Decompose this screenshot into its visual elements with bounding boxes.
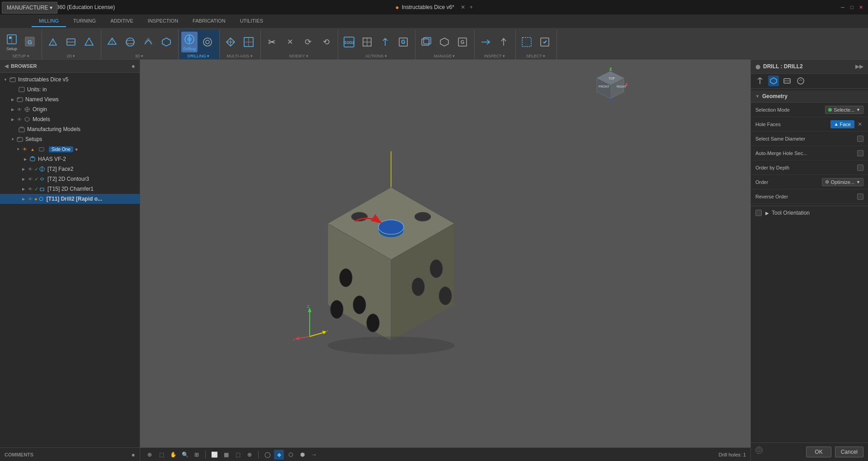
- tree-item-named-views[interactable]: ▶ Named Views: [0, 94, 140, 104]
- eye-contour3[interactable]: 👁: [27, 176, 33, 182]
- manage-btn-1[interactable]: [418, 34, 434, 50]
- toolbar-environment-icon[interactable]: ⊕: [245, 450, 255, 460]
- toolbar-active-icon[interactable]: ◆: [274, 450, 284, 460]
- manage-btn-3[interactable]: G: [454, 34, 471, 50]
- tree-item-origin[interactable]: ▶ 👁 Origin: [0, 104, 140, 114]
- actions-btn-4[interactable]: G: [395, 34, 411, 50]
- multiaxis-btn-2[interactable]: [241, 34, 257, 50]
- 3d-btn-4[interactable]: [158, 34, 175, 50]
- tool-orientation-section[interactable]: ▶ Tool Orientation: [751, 206, 868, 220]
- tab-geometry[interactable]: [768, 75, 779, 86]
- tree-item-haas[interactable]: ▶ HAAS VF-2: [0, 154, 140, 164]
- tab-milling[interactable]: MILLING: [32, 15, 66, 27]
- toolbar-edges-icon[interactable]: ⬚: [233, 450, 243, 460]
- tab-cycles[interactable]: [795, 75, 806, 86]
- manage-btn-2[interactable]: [436, 34, 453, 50]
- actions-btn-2[interactable]: [359, 34, 375, 50]
- tree-item-mfg-models[interactable]: ▶ Manufacturing Models: [0, 124, 140, 134]
- toolbar-grid-icon[interactable]: ⬚: [156, 450, 166, 460]
- reverse-order-checkbox[interactable]: [857, 193, 863, 200]
- modify-btn-4[interactable]: ⟲: [318, 34, 334, 50]
- tab-fabrication[interactable]: FABRICATION: [185, 15, 233, 27]
- toolbar-zoomfit-icon[interactable]: ⊞: [192, 450, 202, 460]
- comments-expand[interactable]: ●: [132, 451, 135, 458]
- toolbar-zoom-icon[interactable]: 🔍: [180, 450, 190, 460]
- inspect-btn-2[interactable]: [495, 34, 512, 50]
- tree-item-drill2[interactable]: ▶ 👁 ● [T11] Drill2 [Rapid o...: [0, 194, 140, 204]
- 3d-btn-3[interactable]: [140, 34, 156, 50]
- manufacture-button[interactable]: MANUFACTURE ▾: [2, 2, 57, 14]
- select-btn-2[interactable]: [537, 34, 553, 50]
- eye-chamfer1[interactable]: 👁: [27, 186, 33, 192]
- order-dropdown[interactable]: ⚙ Optimize... ▼: [822, 178, 864, 186]
- cancel-button[interactable]: Cancel: [835, 447, 863, 457]
- toolbar-pan-icon[interactable]: ✋: [168, 450, 178, 460]
- maximize-button[interactable]: □: [848, 4, 855, 11]
- tab-turning[interactable]: TURNING: [66, 15, 103, 27]
- check-chamfer1: ✓: [34, 186, 38, 192]
- eye-drill2[interactable]: 👁: [27, 196, 33, 202]
- eye-face2[interactable]: 👁: [27, 166, 33, 172]
- comments-bar[interactable]: COMMENTS ●: [0, 447, 140, 461]
- inspect-btn-1[interactable]: [477, 34, 494, 50]
- tree-item-contour3[interactable]: ▶ 👁 ✓ [T2] 2D Contour3: [0, 174, 140, 184]
- 3d-btn-2[interactable]: [122, 34, 138, 50]
- multiaxis-btn-1[interactable]: [222, 34, 239, 50]
- nav-cube[interactable]: X Y Z TOP RIGHT FRONT: [592, 67, 628, 103]
- 2d-icon-btn-1[interactable]: [45, 34, 61, 50]
- actions-btn-1[interactable]: G1G2: [341, 34, 357, 50]
- tree-item-chamfer1[interactable]: ▶ 👁 ✓ [T15] 2D Chamfer1: [0, 184, 140, 194]
- modify-btn-3[interactable]: ⟳: [300, 34, 316, 50]
- tree-item-root[interactable]: ▼ Instructables Dice v5: [0, 75, 140, 85]
- g-code-btn[interactable]: G: [22, 34, 38, 50]
- modify-btn-2[interactable]: ✕: [282, 34, 298, 50]
- tree-item-face2[interactable]: ▶ 👁 ✓ [T2] Face2: [0, 164, 140, 174]
- drilling-btn-2[interactable]: [199, 34, 216, 50]
- toolbar-sketch-icon[interactable]: ⬡: [286, 450, 296, 460]
- toolbar-arrow-icon[interactable]: →: [309, 450, 319, 460]
- toolbar-component-icon[interactable]: ⬢: [297, 450, 307, 460]
- 3d-btn-1[interactable]: [104, 34, 120, 50]
- toolbar-shading-icon[interactable]: ▦: [221, 450, 231, 460]
- new-tab-icon[interactable]: +: [470, 4, 473, 10]
- ok-button[interactable]: OK: [806, 447, 831, 457]
- face-button[interactable]: ▲ Face: [830, 120, 854, 128]
- tree-item-units[interactable]: ▶ Units: in: [0, 85, 140, 94]
- actions-btn-3[interactable]: [377, 34, 393, 50]
- selection-mode-select[interactable]: Selecte... ▼: [825, 106, 863, 114]
- 2d-icon-btn-2[interactable]: [63, 34, 79, 50]
- eye-origin[interactable]: 👁: [16, 106, 23, 113]
- toolbar-orbit-icon[interactable]: ⊕: [145, 450, 155, 460]
- tree-item-models[interactable]: ▶ 👁 Models: [0, 114, 140, 124]
- tab-inspection[interactable]: INSPECTION: [141, 15, 185, 27]
- toolbar-measure-icon[interactable]: ◯: [262, 450, 272, 460]
- geometry-section-header[interactable]: ▼ Geometry: [751, 90, 868, 103]
- tab-heights[interactable]: [782, 75, 793, 86]
- minimize-button[interactable]: ─: [839, 4, 846, 11]
- same-diameter-checkbox[interactable]: [857, 136, 863, 142]
- toolbar-display-icon[interactable]: ⬜: [209, 450, 219, 460]
- tab-tool[interactable]: [755, 75, 765, 86]
- face-close-btn[interactable]: ✕: [856, 121, 863, 128]
- order-depth-checkbox[interactable]: [857, 165, 863, 171]
- setup-icon-btn[interactable]: Setup: [4, 32, 20, 52]
- back-icon[interactable]: ◀: [5, 63, 8, 69]
- tab-utilities[interactable]: UTILITIES: [233, 15, 270, 27]
- modify-btn-1[interactable]: ✂: [264, 34, 280, 50]
- panel-expand-btn[interactable]: ▶▶: [855, 63, 863, 70]
- inspect-icon-1: [479, 36, 492, 48]
- tree-item-side-one[interactable]: ▼ 👁 ▲ Side One ●: [0, 144, 140, 154]
- eye-models[interactable]: 👁: [16, 116, 23, 122]
- browser-collapse-btn[interactable]: ●: [132, 62, 135, 70]
- tool-orient-checkbox[interactable]: [755, 210, 762, 216]
- tab-additive[interactable]: ADDITIVE: [103, 15, 141, 27]
- select-btn-1[interactable]: [519, 34, 535, 50]
- tree-item-setups[interactable]: ▼ Setups: [0, 134, 140, 144]
- drilling-btn-1[interactable]: Drilling: [181, 32, 198, 52]
- close-button[interactable]: ✕: [857, 4, 864, 11]
- close-file-icon[interactable]: ✕: [461, 4, 465, 10]
- 2d-icon-btn-3[interactable]: [81, 34, 97, 50]
- auto-merge-checkbox[interactable]: [857, 150, 863, 156]
- eye-side-one[interactable]: 👁: [22, 146, 28, 152]
- info-button[interactable]: ⓘ: [755, 447, 763, 454]
